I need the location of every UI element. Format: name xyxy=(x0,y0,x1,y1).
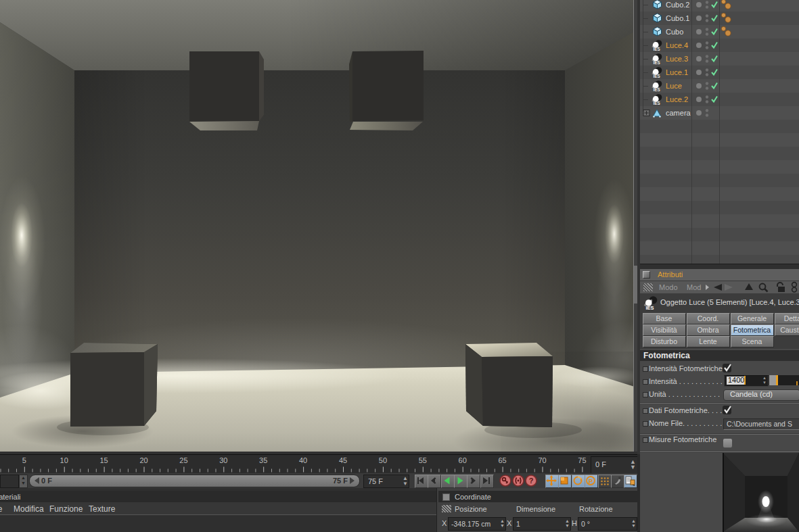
svg-text:15: 15 xyxy=(99,456,108,464)
svg-text:Luce.1: Luce.1 xyxy=(666,68,688,76)
svg-text:30: 30 xyxy=(219,456,227,464)
svg-text:Luce.3: Luce.3 xyxy=(666,55,688,63)
svg-text:Cubo.2: Cubo.2 xyxy=(666,1,689,9)
svg-text:5: 5 xyxy=(22,456,26,464)
svg-text:IES: IES xyxy=(653,47,660,51)
svg-text:Luce.4: Luce.4 xyxy=(666,41,688,49)
svg-text:IES: IES xyxy=(653,60,660,65)
svg-text:25: 25 xyxy=(179,456,187,464)
svg-text:10: 10 xyxy=(60,456,68,464)
svg-text:Cubo: Cubo xyxy=(666,28,683,36)
svg-text:45: 45 xyxy=(339,456,347,464)
svg-text:40: 40 xyxy=(299,456,307,464)
svg-text:35: 35 xyxy=(259,456,267,464)
svg-text:60: 60 xyxy=(459,456,467,464)
svg-text:20: 20 xyxy=(139,456,147,464)
svg-text:IES: IES xyxy=(653,87,660,92)
svg-text:65: 65 xyxy=(498,456,506,464)
svg-text:50: 50 xyxy=(379,456,387,464)
svg-text:IES: IES xyxy=(653,101,660,105)
svg-text:IES: IES xyxy=(646,305,654,311)
svg-text:70: 70 xyxy=(538,456,546,464)
svg-text:Luce.2: Luce.2 xyxy=(666,95,688,103)
svg-text:Cubo.1: Cubo.1 xyxy=(666,14,689,22)
svg-text:Luce: Luce xyxy=(666,82,682,90)
svg-text:IES: IES xyxy=(653,74,660,78)
svg-text:55: 55 xyxy=(419,456,427,464)
svg-text:75: 75 xyxy=(578,456,586,464)
svg-text:P: P xyxy=(589,478,593,485)
svg-text:camera: camera xyxy=(666,109,691,117)
svg-text:?: ? xyxy=(529,477,534,485)
